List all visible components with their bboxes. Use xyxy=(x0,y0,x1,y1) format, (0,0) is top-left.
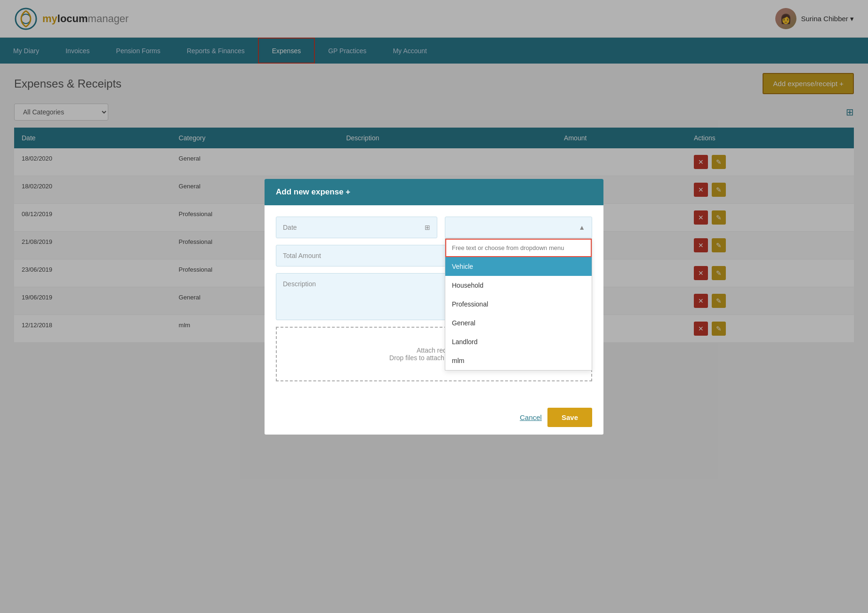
modal-overlay[interactable]: Add new expense + Date ⊞ ▲ xyxy=(0,0,868,613)
add-expense-modal: Add new expense + Date ⊞ ▲ xyxy=(265,179,603,435)
date-label: Date xyxy=(283,224,297,231)
dropdown-option[interactable]: Landlord xyxy=(445,332,592,351)
chevron-up-icon: ▲ xyxy=(579,224,585,231)
dropdown-option[interactable]: mlm xyxy=(445,351,592,370)
dropdown-option[interactable]: General xyxy=(445,314,592,332)
category-dropdown-trigger[interactable]: ▲ xyxy=(445,217,592,238)
dropdown-option[interactable]: Household xyxy=(445,276,592,295)
total-amount-label: Total Amount xyxy=(283,252,321,259)
dropdown-option[interactable]: Professional xyxy=(445,295,592,314)
modal-title: Add new expense + xyxy=(276,187,350,196)
save-button[interactable]: Save xyxy=(547,408,592,427)
modal-footer: Cancel Save xyxy=(265,400,603,435)
dropdown-options-list: VehicleHouseholdProfessionalGeneralLandl… xyxy=(445,257,592,370)
category-dropdown-menu: VehicleHouseholdProfessionalGeneralLandl… xyxy=(445,238,592,371)
modal-body: Date ⊞ ▲ VehicleHouseholdProfessionalGen… xyxy=(265,205,603,400)
modal-header: Add new expense + xyxy=(265,179,603,205)
cancel-button[interactable]: Cancel xyxy=(520,413,542,421)
modal-row-1: Date ⊞ ▲ VehicleHouseholdProfessionalGen… xyxy=(276,217,592,238)
calendar-icon: ⊞ xyxy=(425,224,430,231)
dropdown-option[interactable]: Vehicle xyxy=(445,257,592,276)
description-label: Description xyxy=(283,280,316,288)
dropdown-search-input[interactable] xyxy=(445,239,592,257)
drop-files-text: Drop files to attach, or xyxy=(389,354,454,362)
date-field[interactable]: Date ⊞ xyxy=(276,217,437,238)
category-dropdown-wrapper: ▲ VehicleHouseholdProfessionalGeneralLan… xyxy=(445,217,592,238)
